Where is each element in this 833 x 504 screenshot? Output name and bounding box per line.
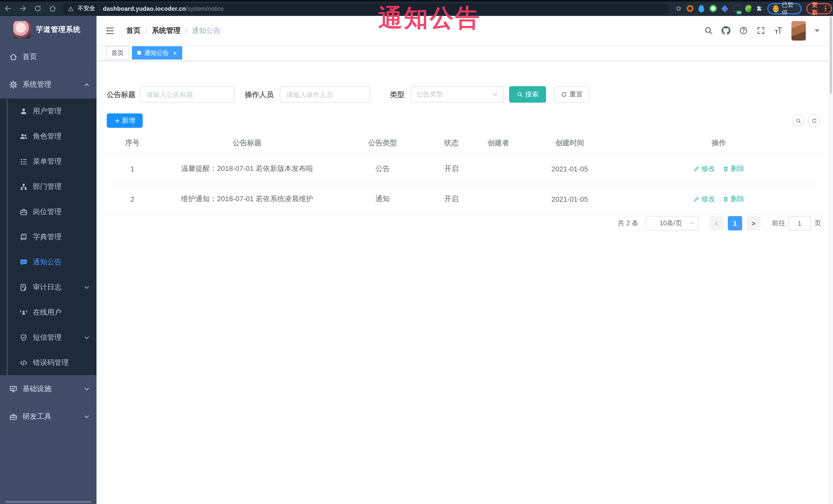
chat-bubble-icon	[20, 258, 28, 266]
trash-icon	[722, 196, 729, 202]
shield-icon	[20, 333, 28, 341]
browser-update-chip[interactable]: 更新	[806, 3, 832, 14]
delete-link[interactable]: 删除	[722, 194, 744, 204]
table-cell: 2	[107, 195, 158, 203]
add-button[interactable]: 新增	[107, 114, 143, 128]
edit-link-label: 修改	[701, 194, 715, 204]
sidebar-item-label: 菜单管理	[33, 157, 62, 166]
show-search-circle-button[interactable]	[792, 115, 804, 127]
extension-pin-icon[interactable]	[698, 4, 705, 13]
operator-label: 操作人员	[245, 86, 273, 103]
operator-input[interactable]	[280, 86, 370, 103]
prev-page-button[interactable]: <	[709, 216, 724, 231]
goto-page-input[interactable]	[788, 216, 811, 231]
sidebar-menu: 首页系统管理用户管理角色管理菜单管理部门管理岗位管理字典管理通知公告审计日志在线…	[0, 43, 96, 504]
current-page-button[interactable]: 1	[728, 216, 742, 231]
delete-link[interactable]: 删除	[722, 164, 744, 173]
page-scrollbar[interactable]	[829, 16, 833, 504]
reload-icon[interactable]	[34, 5, 42, 12]
code-icon	[20, 359, 28, 367]
type-select-placeholder: 公告类型	[416, 90, 492, 99]
app-frame: 芋道管理系统 首页系统管理用户管理角色管理菜单管理部门管理岗位管理字典管理通知公…	[0, 16, 833, 504]
fullscreen-icon[interactable]	[757, 26, 765, 35]
notice-title-label: 公告标题	[107, 86, 136, 103]
type-select[interactable]: 公告类型	[411, 86, 504, 103]
delete-link-label: 删除	[731, 194, 744, 204]
refresh-circle-button[interactable]	[808, 115, 820, 127]
sidebar-item-menu[interactable]: 菜单管理	[0, 149, 96, 174]
tab-首页[interactable]: 首页	[106, 46, 129, 59]
browser-menu-kebab-icon[interactable]	[825, 6, 826, 11]
sidebar-item-sms[interactable]: 短信管理	[0, 325, 96, 350]
chevron-down-icon	[492, 91, 498, 97]
sidebar-scrollbar[interactable]	[5, 501, 91, 503]
filter-form: 公告标题 操作人员 类型 公告类型 搜索 重置	[96, 86, 833, 103]
breadcrumb-item[interactable]: 系统管理	[152, 26, 181, 35]
profile-chip[interactable]: ☺ 已暂停	[767, 3, 802, 14]
extensions-puzzle-icon[interactable]	[756, 5, 763, 12]
user-avatar[interactable]	[791, 21, 806, 40]
extension-proxy-on-icon[interactable]: on	[733, 4, 740, 13]
back-icon[interactable]	[4, 5, 12, 12]
table-cell: 开启	[429, 164, 474, 173]
sidebar-item-dept[interactable]: 部门管理	[0, 174, 96, 199]
breadcrumb-item[interactable]: 首页	[126, 26, 141, 35]
hamburger-icon[interactable]	[105, 25, 115, 36]
next-page-button[interactable]: >	[746, 216, 761, 231]
sidebar-item-infra[interactable]: 基础设施	[0, 375, 96, 403]
avatar-caret-down-icon[interactable]	[814, 29, 820, 32]
url-bar[interactable]: 不安全 dashboard.yudao.iocoder.cn/system/no…	[62, 3, 669, 14]
chevron-up-icon	[84, 81, 90, 88]
scrollbar-thumb[interactable]	[830, 17, 832, 94]
briefcase-icon	[20, 208, 28, 216]
monitor-icon	[9, 385, 18, 393]
table-header-cell: 操作	[616, 139, 821, 148]
table-cell: 维护通知：2018-07-01 若依系统凌晨维护	[158, 194, 336, 204]
tags-view-bar: 首页通知公告×	[96, 45, 833, 61]
sidebar-item-role[interactable]: 角色管理	[0, 124, 96, 149]
profile-avatar-emoji-icon: ☺	[773, 5, 779, 12]
page-size-select[interactable]: 10条/页	[646, 216, 699, 231]
sidebar-logo-row[interactable]: 芋道管理系统	[0, 16, 96, 43]
extension-sprout-icon[interactable]	[745, 4, 752, 13]
sidebar-item-dict[interactable]: 字典管理	[0, 224, 96, 249]
sidebar-item-label: 字典管理	[33, 232, 62, 241]
reset-button[interactable]: 重置	[554, 86, 589, 103]
extension-blue-diamond-icon[interactable]	[722, 4, 728, 13]
search-icon[interactable]	[704, 26, 713, 35]
sidebar-item-label: 错误码管理	[33, 358, 69, 367]
sidebar-item-notice[interactable]: 通知公告	[0, 249, 96, 274]
tab-close-icon[interactable]: ×	[173, 50, 177, 56]
table-header-row: 序号公告标题公告类型状态创建者创建时间操作	[107, 133, 821, 154]
sidebar-item-online[interactable]: 在线用户	[0, 300, 96, 325]
forward-icon[interactable]	[19, 5, 27, 12]
github-icon[interactable]	[722, 26, 730, 35]
sidebar-item-errcode[interactable]: 错误码管理	[0, 350, 96, 375]
sidebar-item-audit[interactable]: 审计日志	[0, 274, 96, 300]
online-user-icon	[20, 308, 28, 316]
navbar-right-icons	[704, 21, 833, 40]
chevron-down-icon	[84, 284, 90, 290]
search-button[interactable]: 搜索	[509, 86, 546, 103]
sidebar-item-devtool[interactable]: 研发工具	[0, 403, 96, 431]
sidebar-item-system[interactable]: 系统管理	[0, 71, 96, 99]
table-actions-cell: 修改删除	[616, 164, 821, 173]
tab-通知公告[interactable]: 通知公告×	[132, 46, 182, 59]
sidebar: 芋道管理系统 首页系统管理用户管理角色管理菜单管理部门管理岗位管理字典管理通知公…	[0, 16, 96, 504]
notice-table: 序号公告标题公告类型状态创建者创建时间操作 1温馨提醒：2018-07-01 若…	[107, 133, 821, 215]
app-title: 芋道管理系统	[36, 25, 80, 34]
sidebar-item-home[interactable]: 首页	[0, 43, 96, 71]
sidebar-item-post[interactable]: 岗位管理	[0, 199, 96, 224]
extension-green-circle-icon[interactable]	[709, 4, 717, 13]
sidebar-item-user[interactable]: 用户管理	[0, 99, 96, 124]
extension-orange-icon[interactable]	[687, 4, 693, 13]
edit-link[interactable]: 修改	[693, 164, 715, 173]
browser-home-icon[interactable]	[49, 5, 56, 12]
help-icon[interactable]	[739, 26, 748, 35]
main-area: 首页/系统管理/通知公告 首页通知公告× 公告标题 操作人员	[96, 16, 833, 504]
not-secure-warning-icon[interactable]	[68, 5, 74, 11]
edit-link[interactable]: 修改	[693, 194, 715, 204]
font-size-icon[interactable]	[774, 26, 783, 35]
notice-title-input[interactable]	[140, 86, 235, 103]
bookmark-star-icon[interactable]	[675, 5, 682, 12]
